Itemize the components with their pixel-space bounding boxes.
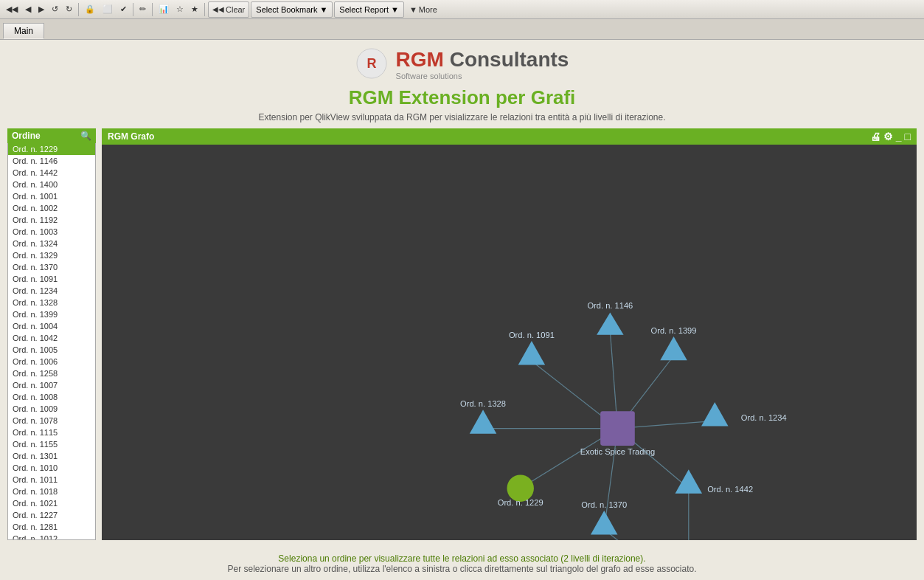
ordine-list-item[interactable]: Ord. n. 1002 xyxy=(8,202,95,214)
bookmark-filled-button[interactable]: ★ xyxy=(188,1,201,18)
ordine-list-item[interactable]: Ord. n. 1281 xyxy=(8,521,95,533)
more-button[interactable]: ▼ More xyxy=(406,4,441,15)
node-1091[interactable] xyxy=(518,341,545,365)
minimize-icon[interactable]: _ xyxy=(896,131,902,142)
subtitle: Extension per QlikView sviluppata da RGM… xyxy=(15,112,909,122)
layout-button[interactable]: ⬜ xyxy=(100,1,116,18)
ordine-list-item[interactable]: Ord. n. 1227 xyxy=(8,509,95,521)
bookmark-add-button[interactable]: ☆ xyxy=(173,1,187,18)
ordine-list-item[interactable]: Ord. n. 1078 xyxy=(8,415,95,427)
main-content: R RGM Consultants Software solutions RGM… xyxy=(0,40,924,580)
footer-line1: Seleziona un ordine per visualizzare tut… xyxy=(6,553,918,564)
svg-text:Ord. n. 1328: Ord. n. 1328 xyxy=(460,399,506,408)
ordine-list-item[interactable]: Ord. n. 1004 xyxy=(8,320,95,332)
ordine-list-item[interactable]: Ord. n. 1012 xyxy=(8,533,95,540)
separator-3 xyxy=(152,3,153,16)
more-arrow-icon: ▼ xyxy=(409,5,417,14)
clear-start-icon: ◀◀ xyxy=(212,5,224,13)
logo-icon: R xyxy=(355,47,389,80)
search-icon[interactable]: 🔍 xyxy=(80,131,91,141)
chart-button[interactable]: 📊 xyxy=(156,1,172,18)
ordine-list[interactable]: Ord. n. 1229Ord. n. 1146Ord. n. 1442Ord.… xyxy=(7,143,96,540)
logo-rgm-text: RGM xyxy=(396,48,444,71)
ordine-list-item[interactable]: Ord. n. 1008 xyxy=(8,391,95,403)
ordine-list-item[interactable]: Ord. n. 1192 xyxy=(8,214,95,226)
check-button[interactable]: ✔ xyxy=(117,1,130,18)
ordine-list-item[interactable]: Ord. n. 1115 xyxy=(8,427,95,438)
ordine-list-item[interactable]: Ord. n. 1442 xyxy=(8,167,95,179)
ordine-list-item[interactable]: Ord. n. 1042 xyxy=(8,332,95,344)
ordine-list-item[interactable]: Ord. n. 1091 xyxy=(8,273,95,285)
graph-title: RGM Grafo xyxy=(108,131,154,142)
ordine-list-item[interactable]: Ord. n. 1370 xyxy=(8,261,95,273)
ordine-list-item[interactable]: Ord. n. 1011 xyxy=(8,474,95,486)
node-1234[interactable] xyxy=(701,402,728,426)
select-report-dropdown[interactable]: Select Report ▼ xyxy=(334,1,404,18)
node-1146[interactable] xyxy=(597,312,623,334)
center-node[interactable] xyxy=(600,411,635,446)
graph-svg: Exotic Spice Trading Ord. n. 1146 Ord. n… xyxy=(102,145,917,540)
report-arrow-icon: ▼ xyxy=(391,5,399,14)
maximize-icon[interactable]: □ xyxy=(905,131,911,142)
lock-button[interactable]: 🔒 xyxy=(82,1,98,18)
svg-text:Ord. n. 1370: Ord. n. 1370 xyxy=(581,500,627,509)
svg-text:Ord. n. 1234: Ord. n. 1234 xyxy=(741,413,787,422)
ordine-list-item[interactable]: Ord. n. 1329 xyxy=(8,249,95,261)
select-bookmark-dropdown[interactable]: Select Bookmark ▼ xyxy=(251,1,333,18)
separator-2 xyxy=(133,3,133,16)
ordine-list-item[interactable]: Ord. n. 1018 xyxy=(8,486,95,497)
node-1442[interactable] xyxy=(675,469,702,493)
ordine-list-item[interactable]: Ord. n. 1021 xyxy=(8,497,95,509)
undo-button[interactable]: ↺ xyxy=(49,1,61,18)
ordine-list-item[interactable]: Ord. n. 1006 xyxy=(8,356,95,367)
ordine-list-item[interactable]: Ord. n. 1328 xyxy=(8,297,95,308)
bookmark-label: Select Bookmark xyxy=(256,5,317,14)
footer-text: Seleziona un ordine per visualizzare tut… xyxy=(0,548,924,580)
node-1328[interactable] xyxy=(470,410,496,433)
clear-button[interactable]: ◀◀ Clear xyxy=(208,1,249,18)
settings-icon[interactable]: ⚙ xyxy=(883,131,893,142)
ordine-list-item[interactable]: Ord. n. 1007 xyxy=(8,379,95,391)
clear-label: Clear xyxy=(226,5,245,14)
header-area: R RGM Consultants Software solutions RGM… xyxy=(0,40,924,128)
ordine-list-item[interactable]: Ord. n. 1258 xyxy=(8,367,95,379)
ordine-list-item[interactable]: Ord. n. 1001 xyxy=(8,190,95,202)
bookmark-arrow-icon: ▼ xyxy=(319,5,327,14)
ordine-list-item[interactable]: Ord. n. 1301 xyxy=(8,450,95,462)
graph-container: Exotic Spice Trading Ord. n. 1146 Ord. n… xyxy=(102,145,917,540)
back-button[interactable]: ◀ xyxy=(22,1,34,18)
svg-text:Ord. n. 1399: Ord. n. 1399 xyxy=(651,326,697,335)
brush-button[interactable]: ✏ xyxy=(136,1,149,18)
logo-consultants-text: Consultants xyxy=(444,48,569,71)
ordine-list-item[interactable]: Ord. n. 1400 xyxy=(8,179,95,190)
ordine-header: Ordine 🔍 xyxy=(7,128,96,143)
ordine-list-item[interactable]: Ord. n. 1399 xyxy=(8,308,95,320)
node-1370[interactable] xyxy=(591,511,617,534)
print-icon[interactable]: 🖨 xyxy=(870,131,880,142)
svg-line-10 xyxy=(604,529,689,540)
ordine-list-item[interactable]: Ord. n. 1003 xyxy=(8,226,95,238)
svg-text:Ord. n. 1442: Ord. n. 1442 xyxy=(707,485,753,494)
redo-button[interactable]: ↻ xyxy=(63,1,75,18)
ordine-list-item[interactable]: Ord. n. 1229 xyxy=(8,143,95,155)
tabbar: Main xyxy=(0,19,924,40)
ordine-list-item[interactable]: Ord. n. 1324 xyxy=(8,238,95,249)
logo-area: R RGM Consultants Software solutions xyxy=(15,47,909,80)
ordine-list-item[interactable]: Ord. n. 1155 xyxy=(8,438,95,450)
ordine-list-item[interactable]: Ord. n. 1005 xyxy=(8,344,95,356)
tab-main-label: Main xyxy=(14,26,33,36)
forward-button[interactable]: ▶ xyxy=(35,1,47,18)
graph-header: RGM Grafo 🖨 ⚙ _ □ xyxy=(102,128,917,145)
ordine-list-item[interactable]: Ord. n. 1009 xyxy=(8,403,95,415)
ordine-list-item[interactable]: Ord. n. 1010 xyxy=(8,462,95,474)
report-label: Select Report xyxy=(339,5,389,14)
graph-header-icons: 🖨 ⚙ _ □ xyxy=(870,131,911,142)
tab-main[interactable]: Main xyxy=(3,23,44,39)
back-start-button[interactable]: ◀◀ xyxy=(3,1,21,18)
content-row: Ordine 🔍 Ord. n. 1229Ord. n. 1146Ord. n.… xyxy=(0,128,924,548)
ordine-list-item[interactable]: Ord. n. 1146 xyxy=(8,155,95,167)
ordine-list-item[interactable]: Ord. n. 1234 xyxy=(8,285,95,297)
logo-subtitle: Software solutions xyxy=(396,72,569,80)
node-1399[interactable] xyxy=(660,336,687,360)
ordine-title: Ordine xyxy=(12,131,41,141)
